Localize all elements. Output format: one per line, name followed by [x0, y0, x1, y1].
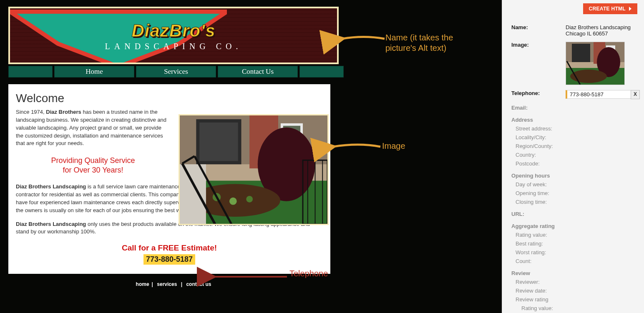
- brand-subtitle: LANDSCAPING CO.: [10, 42, 337, 51]
- banner-text: DiazBro's LANDSCAPING CO.: [10, 21, 337, 51]
- clear-telephone-button[interactable]: X: [631, 90, 640, 99]
- svg-point-12: [229, 198, 237, 205]
- arrow-image-icon: [330, 141, 381, 153]
- field-rr-value: Rating value:: [521, 305, 640, 311]
- field-name: Name: Diaz Brothers Landscaping Chicago …: [511, 24, 640, 37]
- footer-home[interactable]: home: [136, 281, 149, 287]
- nav-spacer: [8, 66, 53, 78]
- field-best-rating: Best rating:: [516, 240, 640, 247]
- annotation-image: Image: [382, 141, 405, 151]
- image-label: Image:: [511, 42, 566, 48]
- field-review-rating: Review rating: [516, 296, 640, 303]
- field-telephone: Telephone: 773-880-5187 X: [511, 90, 640, 99]
- field-reviewer: Reviewer:: [516, 279, 640, 285]
- arrow-telephone-icon: [210, 272, 288, 282]
- tagline-line1: Providing Quality Service: [16, 156, 170, 165]
- name-value: Diaz Brothers Landscaping Chicago IL 606…: [566, 24, 640, 37]
- field-open: Opening time:: [516, 190, 640, 196]
- annotation-name: Name (it takes the picture's Alt text): [385, 33, 477, 53]
- cta-text: Call for a FREE Estimate!: [16, 243, 323, 253]
- body3-strong: Diaz Brothers Landscaping: [16, 221, 86, 227]
- field-dow: Day of week:: [516, 181, 640, 188]
- nav-home[interactable]: Home: [54, 66, 134, 78]
- tagline: Providing Quality Service for Over 30 Ye…: [16, 156, 170, 175]
- nav-services[interactable]: Services: [136, 66, 216, 78]
- image-thumbnail: [566, 42, 625, 85]
- footer-services[interactable]: services: [157, 281, 177, 287]
- body2-strong: Diaz Brothers Landscaping: [16, 183, 86, 190]
- create-html-button[interactable]: CREATE HTML: [583, 3, 637, 14]
- cta: Call for a FREE Estimate! 773-880-5187: [16, 243, 323, 265]
- field-postcode: Postcode:: [516, 160, 640, 167]
- field-rating-value: Rating value:: [516, 232, 640, 238]
- svg-rect-24: [572, 44, 590, 62]
- intro-paragraph: Since 1974, Diaz Brothers has been a tru…: [16, 108, 170, 175]
- nav-contact[interactable]: Contact Us: [218, 66, 298, 78]
- arrow-name-icon: [339, 33, 385, 45]
- section-hours: Opening hours: [511, 173, 640, 179]
- field-count: Count:: [516, 258, 640, 264]
- field-country: Country:: [516, 152, 640, 158]
- footer-nav: home| services | contact us: [8, 281, 339, 287]
- annotation-telephone: Telephone: [289, 268, 328, 279]
- footer-contact[interactable]: contact us: [186, 281, 211, 287]
- schema-panel: CREATE HTML Name: Diaz Brothers Landscap…: [502, 0, 644, 313]
- tagline-line2: for Over 30 Years!: [16, 165, 170, 175]
- field-region: Region/County:: [516, 143, 640, 149]
- create-html-label: CREATE HTML: [589, 6, 626, 12]
- nav-spacer: [299, 66, 344, 78]
- chevron-right-icon: [628, 7, 632, 11]
- field-street: Street address:: [516, 125, 640, 132]
- footer-sep: |: [181, 281, 182, 287]
- brand-name: DiazBro's: [10, 21, 337, 41]
- footer-sep: |: [152, 281, 153, 287]
- page-title: Welcome: [16, 92, 323, 105]
- main-nav: Home Services Contact Us: [8, 66, 339, 78]
- banner: DiazBro's LANDSCAPING CO.: [8, 7, 339, 64]
- field-review-date: Review date:: [516, 288, 640, 294]
- section-address: Address: [511, 117, 640, 123]
- section-aggregate: Aggregate rating: [511, 223, 640, 229]
- content-image: [179, 114, 329, 225]
- name-label: Name:: [511, 24, 566, 30]
- field-close: Closing time:: [516, 199, 640, 205]
- field-worst-rating: Worst rating:: [516, 249, 640, 255]
- telephone-label: Telephone:: [511, 90, 566, 96]
- intro-prefix: Since 1974,: [16, 109, 46, 115]
- telephone-value: 773-880-5187: [570, 91, 604, 98]
- phone-number: 773-880-5187: [143, 254, 195, 265]
- section-review: Review: [511, 270, 640, 276]
- telephone-input[interactable]: 773-880-5187 X: [566, 90, 640, 99]
- svg-rect-4: [199, 123, 238, 161]
- svg-point-13: [246, 196, 253, 203]
- field-email: Email:: [511, 105, 640, 111]
- svg-rect-14: [180, 164, 206, 224]
- field-locality: Locality/City:: [516, 134, 640, 140]
- field-image: Image:: [511, 42, 640, 85]
- field-url: URL:: [511, 211, 640, 217]
- intro-strong: Diaz Brothers: [46, 109, 81, 115]
